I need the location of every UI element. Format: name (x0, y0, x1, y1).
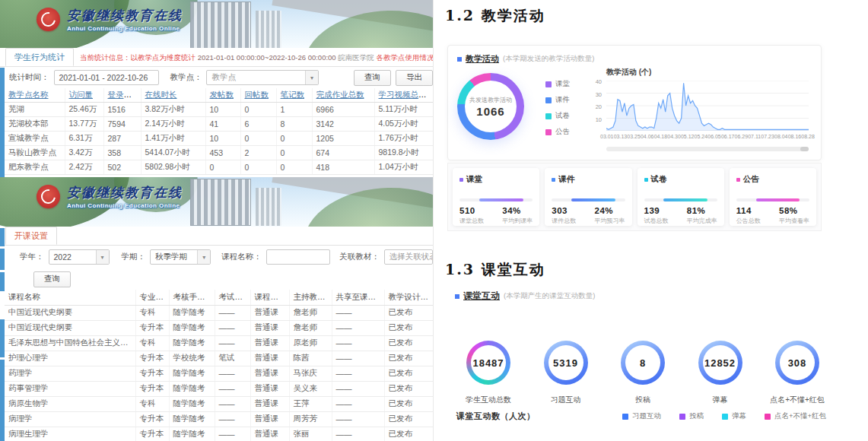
behavior-stats-table: 教学点名称 访问量 登录次数 在线时长 发帖数 回帖数 笔记数 完成作业总数 学… (5, 88, 434, 175)
table-row: 肥东教学点2.42万 5025802.98小时 00 0418 1.04万小时 (5, 160, 434, 174)
table-row: 芜湖25.46万 15163.82万小时 100 16966 5.11万小时 (5, 102, 434, 116)
sidebar-strip[interactable] (0, 360, 5, 441)
donut-legend: 课堂 课件 试卷 公告 (545, 79, 570, 137)
col-shared-to-market: 共享至课程超市 (332, 290, 384, 305)
card-dot-icon (552, 178, 555, 182)
card-dot-icon (459, 178, 463, 182)
x-tick-label: 06.17 (721, 134, 735, 139)
x-tick-label: 04.18 (654, 134, 668, 139)
sort-icon[interactable] (207, 293, 213, 301)
bullet-square-icon (457, 57, 462, 62)
col-visits[interactable]: 访问量 (65, 88, 103, 102)
legend-item[interactable]: 点名+不懂+红包 (765, 411, 826, 421)
site-select[interactable]: 教学点 (206, 70, 319, 85)
classroom-interaction-header: 课堂互动 (本学期产生的课堂互动数量) (455, 290, 595, 303)
col-design-status[interactable]: 教学设计状态 (384, 290, 434, 305)
col-posts[interactable]: 发帖数 (205, 88, 240, 102)
col-logins[interactable]: 登录次数 (103, 88, 141, 102)
assoc-status-select[interactable]: 选择关联状态 (384, 249, 433, 265)
notice-prefix: 当前统计信息：以教学点为维度统计 (80, 53, 196, 62)
sidebar-strip[interactable] (0, 272, 5, 291)
interaction-stat: 12852 弹幕 (684, 341, 757, 405)
col-lead-teacher[interactable]: 主持教师 (289, 290, 332, 305)
seal-logo-icon (37, 185, 60, 208)
progress-bar (736, 198, 809, 201)
site-subtitle: Anhui Continuing Education Online (67, 202, 183, 209)
site-title: 安徽继续教育在线 (67, 184, 183, 201)
stat-ring-icon: 5319 (544, 341, 588, 385)
scrollbar-handle[interactable] (800, 147, 809, 151)
col-exam-form[interactable]: 考试形式 (215, 290, 250, 305)
sort-icon[interactable] (327, 293, 332, 301)
interaction-count-label: 课堂互动数（人次） (456, 411, 536, 422)
sidebar-strip[interactable] (0, 249, 5, 270)
tab-student-behavior-stats[interactable]: 学生行为统计 (5, 48, 74, 66)
table-row: 药事管理学专升本 随学随考—— 普通课吴义来 ——已发布 (5, 381, 434, 396)
activity-stat-cards: 课堂 510课堂总数 34%平均到课率 课件 303课件总数 24%平均预习率 (447, 163, 822, 231)
course-opening-settings-screen: 安徽继续教育在线 Anhui Continuing Education Onli… (0, 177, 434, 441)
course-name-input[interactable] (266, 249, 331, 265)
time-range-input[interactable]: 2021-01-01 - 2022-10-26 (54, 70, 160, 85)
building-decoration (190, 179, 251, 226)
interaction-stat: 8 投稿 (606, 341, 679, 405)
col-course-category[interactable]: 课程类别 (250, 290, 289, 305)
legend-item[interactable]: 课件 (545, 95, 570, 105)
col-homework-done[interactable]: 完成作业总数 (312, 88, 374, 102)
col-notes[interactable]: 笔记数 (276, 88, 312, 102)
table-row: 护理心理学专升本 学校统考笔试 普通课陈茜 ——已发布 (5, 351, 434, 366)
col-video-time[interactable]: 学习视频总时长? (374, 88, 434, 102)
sidebar-strip[interactable] (0, 68, 5, 177)
activity-line-chart (606, 81, 809, 131)
table-row: 毛泽东思想与中国特色社会主义理论体系概论专科 随学随考—— 普通课原老师 ——已… (5, 335, 434, 351)
legend-item[interactable]: 公告 (545, 127, 570, 137)
stats-notice: 当前统计信息：以教学点为维度统计 2021-01-01 00:00:00~202… (74, 49, 433, 66)
legend-swatch-icon (679, 414, 685, 420)
legend-item[interactable]: 弹幕 (722, 411, 746, 421)
site-logo: 安徽继续教育在线 Anhui Continuing Education Onli… (37, 184, 183, 209)
col-online-time[interactable]: 在线时长 (141, 88, 205, 102)
col-replies[interactable]: 回帖数 (240, 88, 276, 102)
table-row: 病原生物学专科 随学随考—— 普通课王萍 ——已发布 (5, 396, 434, 411)
stat-ring-icon: 18487 (466, 341, 510, 385)
legend-item[interactable]: 课堂 (545, 79, 570, 89)
site-subtitle: Anhui Continuing Education Online (67, 25, 183, 32)
x-tick-label: 04.06 (641, 134, 654, 139)
line-chart-y-axis: 10203040 (590, 81, 603, 131)
stats-filter-bar: 统计时间： 2021-01-01 - 2022-10-26 教学点： 教学点 查… (0, 67, 433, 88)
legend-item[interactable]: 习题互动 (622, 411, 661, 421)
bullet-square-icon (455, 294, 459, 299)
site-banner: 安徽继续教育在线 Anhui Continuing Education Onli… (0, 0, 433, 48)
chart-zoom-scrollbar[interactable] (606, 147, 809, 151)
query-button[interactable]: 查询 (33, 271, 71, 287)
year-select[interactable]: 2022 (49, 249, 110, 265)
legend-item[interactable]: 投稿 (679, 411, 704, 421)
sidebar-strip[interactable] (0, 319, 5, 357)
query-button[interactable]: 查询 (354, 70, 391, 86)
x-tick-label: 07.23 (761, 134, 774, 139)
table-row: 药理学专升本 随学随考—— 普通课马张庆 ——已发布 (5, 366, 434, 381)
progress-fill (479, 198, 523, 201)
site-logo: 安徽继续教育在线 Anhui Continuing Education Onli… (37, 7, 183, 32)
stat-card: 公告 114公告总数 58%平均查看率 (730, 168, 816, 226)
progress-bar (459, 198, 533, 201)
legend-item[interactable]: 试卷 (545, 111, 570, 121)
legend-swatch-icon (545, 129, 552, 135)
section-heading-teaching-activity: 1.2 教学活动 (445, 6, 545, 26)
tab-course-opening-settings[interactable]: 开课设置 (5, 227, 57, 245)
col-site-name[interactable]: 教学点名称 (5, 88, 65, 102)
x-tick-label: 07.11 (748, 134, 761, 139)
table-row: 病理学专升本 随学随考—— 普通课周芳芳 ——已发布 (5, 411, 434, 427)
sidebar-strip[interactable] (0, 228, 5, 246)
stat-card: 课堂 510课堂总数 34%平均到课率 (453, 168, 539, 226)
term-select[interactable]: 秋季学期 (150, 249, 211, 265)
table-row: 宣城教学点6.31万 2871.41万小时 100 01205 1.76万小时 (5, 131, 434, 145)
tab-bar: 学生行为统计 当前统计信息：以教学点为维度统计 2021-01-01 00:00… (0, 48, 433, 67)
legend-swatch-icon (765, 414, 771, 420)
building-decoration (256, 11, 281, 48)
notice-school: 皖南医学院 (338, 53, 374, 62)
stat-ring-icon: 12852 (698, 341, 742, 385)
export-button[interactable]: 导出 (396, 70, 433, 86)
line-chart-title: 教学活动 (个) (606, 67, 651, 78)
col-assessment-method[interactable]: 考核手段 (169, 290, 215, 305)
legend-swatch-icon (545, 81, 552, 87)
